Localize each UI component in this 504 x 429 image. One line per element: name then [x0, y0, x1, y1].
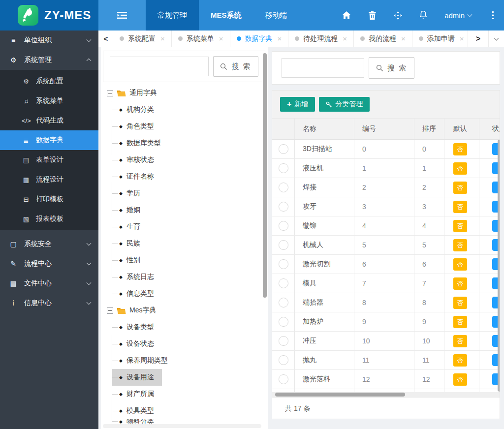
tree-item[interactable]: ◆ 设备类型	[112, 319, 162, 336]
tree-item[interactable]: ◆ 证件名称	[112, 168, 162, 185]
tab-close-icon[interactable]: ×	[343, 34, 347, 43]
collapse-node-icon[interactable]	[107, 90, 113, 96]
tree-item[interactable]: ◆ 角色类型	[112, 118, 162, 135]
sidebar-submenu-item[interactable]: </> 代码生成	[0, 111, 98, 130]
page-tab[interactable]: 待处理流程 ×	[288, 31, 354, 47]
tree-item[interactable]: ◆ 学历	[112, 185, 148, 202]
tree-item[interactable]: ◆ 模具类型	[112, 402, 162, 419]
sidebar-item[interactable]: ✎ 流程中心	[0, 254, 98, 274]
default-badge[interactable]: 否	[453, 239, 467, 251]
tree-item[interactable]: ◆ 性别	[112, 252, 148, 269]
default-badge[interactable]: 否	[453, 258, 467, 271]
row-radio[interactable]	[279, 259, 288, 269]
scrollbar-thumb[interactable]	[275, 393, 405, 397]
row-radio[interactable]	[279, 202, 288, 212]
default-badge[interactable]: 否	[453, 373, 467, 386]
row-radio[interactable]	[279, 163, 288, 173]
tree-search-button[interactable]: 搜 索	[213, 56, 258, 77]
row-radio[interactable]	[279, 374, 288, 384]
page-tab[interactable]: 数据字典 ×	[230, 31, 289, 47]
sidebar-submenu-item[interactable]: ⊟ 打印模板	[0, 189, 98, 209]
row-radio[interactable]	[279, 336, 288, 346]
tree-folder-mes[interactable]: Mes字典	[107, 302, 261, 319]
page-tab[interactable]: 系统菜单 ×	[172, 31, 230, 47]
tree-item[interactable]: ◆ 机构分类	[112, 101, 162, 118]
more-options-button[interactable]	[488, 11, 497, 20]
tree-item[interactable]: ◆ 系统日志	[112, 269, 162, 285]
row-radio[interactable]	[279, 298, 288, 307]
tree-item[interactable]: ◆ 设备状态	[112, 336, 162, 352]
category-manage-button[interactable]: 分类管理	[319, 97, 370, 112]
tab-close-icon[interactable]: ×	[219, 34, 223, 43]
default-badge[interactable]: 否	[453, 297, 467, 309]
home-button[interactable]	[342, 11, 351, 20]
row-radio[interactable]	[279, 355, 288, 365]
sidebar-item[interactable]: ▢ 系统安全	[0, 234, 98, 254]
tab-close-icon[interactable]: ×	[278, 34, 282, 43]
page-tab[interactable]: 添加申请 ×	[412, 31, 468, 47]
tree-item[interactable]: ◆ 物料分类	[112, 419, 162, 424]
user-menu[interactable]: admin	[444, 11, 472, 20]
add-button[interactable]: + 新增	[280, 97, 315, 112]
sidebar-submenu-item[interactable]: ♫ 系统菜单	[0, 91, 98, 111]
row-radio[interactable]	[279, 278, 288, 288]
top-menu-item[interactable]: 移动端	[253, 0, 299, 31]
row-radio[interactable]	[279, 317, 288, 327]
sidebar-item[interactable]: i 信息中心	[0, 293, 98, 313]
default-badge[interactable]: 否	[453, 354, 467, 367]
tab-close-icon[interactable]: ×	[460, 34, 464, 43]
sidebar-submenu-item[interactable]: ▤ 表单设计	[0, 150, 98, 170]
sidebar-submenu-item[interactable]: ▧ 报表模板	[0, 209, 98, 229]
tree-search-input[interactable]	[110, 57, 209, 76]
default-badge[interactable]: 否	[453, 182, 467, 194]
default-badge[interactable]: 否	[453, 277, 467, 290]
sidebar-submenu-item[interactable]: ▦ 流程设计	[0, 170, 98, 189]
tabs-scroll-right-button[interactable]: >	[468, 31, 488, 47]
sidebar-item-unit-org[interactable]: ≡ 单位组织	[0, 31, 98, 50]
default-badge[interactable]: 否	[453, 316, 467, 328]
default-badge[interactable]: 否	[453, 220, 467, 232]
tree-vertical-scrollbar[interactable]	[263, 53, 267, 298]
table-search-button[interactable]: 搜 索	[369, 57, 414, 79]
sidebar-collapse-button[interactable]	[98, 0, 146, 31]
row-radio[interactable]	[279, 183, 288, 192]
default-badge[interactable]: 否	[453, 162, 467, 175]
clear-cache-button[interactable]	[368, 11, 377, 20]
tree-item[interactable]: ◆ 生育	[112, 218, 148, 235]
row-radio[interactable]	[279, 221, 288, 231]
collapse-node-icon[interactable]	[107, 307, 113, 314]
top-menu-item[interactable]: MES系统	[199, 0, 253, 31]
tree-bullet-icon: ◆	[119, 275, 123, 279]
tabs-menu-button[interactable]	[488, 31, 504, 47]
tree-folder-common[interactable]: 通用字典	[107, 85, 261, 101]
tree-item[interactable]: ◆ 婚姻	[112, 202, 148, 218]
table-search-input[interactable]	[282, 58, 364, 78]
sidebar-submenu-item[interactable]: ⚙ 系统配置	[0, 71, 98, 91]
default-badge[interactable]: 否	[453, 143, 467, 155]
default-badge[interactable]: 否	[453, 335, 467, 347]
table-horizontal-scrollbar[interactable]	[272, 392, 500, 397]
sidebar-submenu: ⚙ 系统配置 ♫ 系统菜单 </> 代码生成 ≣ 数据字典	[0, 70, 98, 230]
default-badge[interactable]: 否	[453, 201, 467, 213]
sidebar-submenu-item[interactable]: ≣ 数据字典	[0, 130, 98, 150]
tab-close-icon[interactable]: ×	[401, 34, 406, 43]
page-tab[interactable]: 系统配置 ×	[113, 31, 172, 47]
sidebar-item-system-mgmt[interactable]: ⚙ 系统管理	[0, 50, 98, 70]
fullscreen-button[interactable]	[393, 11, 402, 20]
tree-item[interactable]: ◆ 财产所属	[112, 386, 162, 402]
page-tab[interactable]: 我的流程 ×	[354, 31, 412, 47]
sidebar-item[interactable]: ▤ 文件中心	[0, 274, 98, 293]
tabs-scroll-left-button[interactable]: <	[98, 31, 113, 47]
row-radio[interactable]	[279, 240, 288, 250]
row-radio[interactable]	[279, 144, 288, 154]
tree-item[interactable]: ◆ 信息类型	[112, 285, 162, 302]
top-menu-item[interactable]: 常规管理	[146, 0, 199, 31]
tree-item[interactable]: ◆ 审核状态	[112, 152, 162, 168]
tree-item[interactable]: ◆ 保养周期类型	[112, 352, 176, 369]
tree-horizontal-scrollbar[interactable]	[103, 424, 261, 428]
tab-close-icon[interactable]: ×	[160, 34, 165, 43]
tree-item[interactable]: ◆ 数据库类型	[112, 135, 169, 152]
notifications-button[interactable]	[419, 11, 428, 20]
tree-item[interactable]: ◆ 民族	[112, 235, 148, 252]
tree-item[interactable]: ◆ 设备用途	[112, 369, 162, 386]
